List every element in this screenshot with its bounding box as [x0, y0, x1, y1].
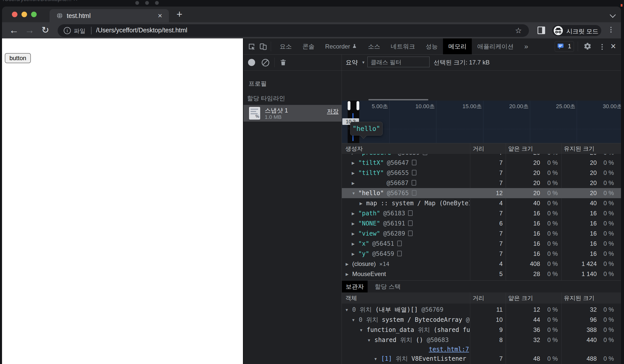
retained-pct-cell: 0 %: [342, 168, 614, 178]
settings-gear-icon[interactable]: [584, 42, 592, 50]
constructor-row[interactable]: ▶MouseEvent5280 %1 1400 %: [342, 269, 621, 279]
tab-title: test.html: [67, 12, 91, 19]
timeline-handle-right[interactable]: [356, 101, 359, 110]
tab-sources[interactable]: 소스: [363, 38, 385, 54]
toolbar-divider: [274, 58, 275, 67]
retainer-row[interactable]: ▼shared 위치 () @506838320 %4400 %: [342, 335, 621, 345]
tab-allocation-stack[interactable]: 할당 스택: [372, 281, 403, 293]
constructor-row[interactable]: ▶"NONE"@561916160 %160 %: [342, 218, 621, 229]
inspect-element-icon[interactable]: [248, 42, 256, 51]
tab-retainers[interactable]: 보관자: [342, 281, 368, 293]
retainer-link-row[interactable]: test.html:7: [342, 345, 621, 354]
incognito-icon: [554, 26, 563, 35]
tab-elements[interactable]: 요소: [274, 38, 297, 54]
constructor-row[interactable]: ▶"tiltX"@566477200 %200 %: [342, 158, 621, 168]
retained-pct-cell: 0 %: [342, 178, 614, 188]
retained-pct-cell: 0 %: [342, 335, 614, 345]
constructor-row[interactable]: ▶"y"@564597160 %160 %: [342, 249, 621, 259]
close-window-button[interactable]: [12, 12, 17, 17]
clear-icon[interactable]: [262, 59, 269, 66]
tab-console[interactable]: 콘솔: [297, 38, 320, 54]
incognito-badge: 시크릿 모드: [552, 25, 601, 36]
address-url[interactable]: /Users/yceffort/Desktop/test.html: [96, 27, 187, 34]
constructor-rows: ▶"pressure"@566397200 %200 %▶"tiltX"@566…: [342, 154, 621, 280]
browser-tab[interactable]: test.html ×: [50, 9, 169, 22]
memory-toolbar: 요약 ▼ 클래스 필터 선택된 크기: 17.7 kB: [243, 55, 621, 71]
col-object: 객체: [345, 292, 357, 304]
devtools-tabbar: 요소 콘솔 Recorder 소스 네트워크 성능 메모리 애플리케이션 »: [243, 38, 621, 55]
retainer-row[interactable]: ▼function_data 위치 (shared functio9360 %3…: [342, 325, 621, 335]
device-toolbar-icon[interactable]: [259, 42, 267, 51]
devtools-close-icon[interactable]: ×: [611, 41, 616, 52]
background-traffic-dot: [145, 1, 149, 5]
constructor-row[interactable]: ▶"pressure"@566397200 %200 %: [342, 154, 621, 158]
snapshot-item[interactable]: % 스냅샷 1 1.0 MB 저장: [243, 105, 342, 122]
side-panel-icon[interactable]: [538, 27, 545, 34]
timeline-mid-gridline: [342, 129, 621, 129]
constructor-row[interactable]: ▶"path"@561837160 %160 %: [342, 208, 621, 218]
info-icon[interactable]: i: [64, 27, 71, 34]
devtools-menu-kebab-icon[interactable]: [601, 43, 603, 51]
tab-application[interactable]: 애플리케이션: [472, 38, 519, 54]
constructor-row[interactable]: ▶(closure)×1444080 %1 4240 %: [342, 259, 621, 269]
tab-memory[interactable]: 메모리: [443, 38, 472, 54]
retainer-row[interactable]: ▼0 위치 (내부 배열)[] @5676911120 %320 %: [342, 305, 621, 315]
address-bar[interactable]: i 파일 /Users/yceffort/Desktop/test.html ☆: [58, 24, 529, 37]
snapshot-save-link[interactable]: 저장: [327, 107, 339, 115]
retainer-row[interactable]: ▼0 위치 system / BytecodeArray @5677110440…: [342, 315, 621, 325]
retained-pct-cell: 0 %: [342, 315, 614, 325]
issues-badge[interactable]: 1: [555, 41, 574, 52]
chevron-down-icon: ▼: [362, 60, 365, 64]
zoom-window-button[interactable]: [31, 12, 37, 17]
constructor-row[interactable]: ▶map :: system / Map (OneByteInte4400 %4…: [342, 198, 621, 208]
scheme-label: 파일: [74, 27, 85, 35]
timeline-tick-label: 30.00초: [584, 103, 621, 110]
constructor-row[interactable]: ▶@566877200 %200 %: [342, 178, 621, 188]
minimize-window-button[interactable]: [21, 12, 27, 17]
constructor-table-header[interactable]: 생성자 거리 얕은 크기 유지된 크기: [342, 143, 621, 154]
tab-search-chevron-icon[interactable]: [610, 12, 616, 18]
snapshot-name: 스냅샷 1: [265, 106, 288, 115]
snapshot-doc-icon: %: [249, 107, 260, 120]
value-tooltip: "hello": [350, 122, 383, 135]
allocation-timeline-section: 할당 타임라인: [247, 94, 285, 102]
retained-pct-cell: 0 %: [342, 229, 614, 239]
constructor-row[interactable]: ▶"x"@564517160 %160 %: [342, 239, 621, 249]
constructor-row[interactable]: ▶"view"@562897160 %160 %: [342, 229, 621, 239]
forward-icon[interactable]: →: [25, 25, 34, 36]
constructor-row[interactable]: ▶"tiltY"@566557200 %200 %: [342, 168, 621, 178]
tab-performance[interactable]: 성능: [420, 38, 443, 54]
issues-count: 1: [568, 43, 571, 50]
more-tabs-icon[interactable]: »: [519, 38, 533, 54]
page-button[interactable]: button: [5, 53, 31, 63]
page-viewport: button: [2, 38, 243, 364]
devtools-tabs: 요소 콘솔 Recorder 소스 네트워크 성능 메모리 애플리케이션 »: [274, 38, 533, 54]
class-filter-input[interactable]: 클래스 필터: [367, 57, 430, 67]
browser-window: test.html × + ← → ↻ i 파일 /Users/yceffort…: [2, 7, 621, 364]
tab-close-icon[interactable]: ×: [158, 11, 162, 20]
trash-icon[interactable]: [279, 58, 287, 66]
col-retained-size: 유지된 크기: [564, 143, 594, 154]
background-traffic-dot: [155, 1, 159, 5]
timeline-handle-left[interactable]: [348, 101, 350, 110]
address-divider: [91, 27, 92, 34]
object-table-header[interactable]: 객체 거리 얕은 크기 유지된 크기: [342, 292, 621, 304]
reload-icon[interactable]: ↻: [41, 25, 49, 35]
record-heap-button[interactable]: [248, 59, 255, 66]
new-tab-button[interactable]: +: [176, 9, 182, 20]
toolbar-divider: [271, 41, 271, 51]
tab-network[interactable]: 네트워크: [385, 38, 420, 54]
allocation-timeline[interactable]: 5.00초10.00초15.00초20.00초25.00초30.00초10.2 …: [342, 101, 621, 143]
perspective-select[interactable]: 요약 ▼: [346, 58, 365, 66]
col-retained-size: 유지된 크기: [564, 292, 594, 304]
timeline-scroll-thumb[interactable]: [368, 99, 428, 100]
bookmark-star-icon[interactable]: ☆: [515, 26, 522, 35]
constructor-row[interactable]: ▼"hello"@5676512200 %200 %: [342, 188, 621, 198]
back-icon[interactable]: ←: [9, 25, 19, 36]
timeline-gridline: [577, 101, 577, 143]
timeline-gridline: [389, 101, 390, 143]
tab-recorder[interactable]: Recorder: [320, 38, 363, 54]
retained-pct-cell: 0 %: [342, 208, 614, 218]
browser-menu-kebab-icon[interactable]: [610, 26, 612, 34]
retainer-row[interactable]: ▼[1] 위치 V8EventListener @6537480 %4880 %: [342, 354, 621, 364]
